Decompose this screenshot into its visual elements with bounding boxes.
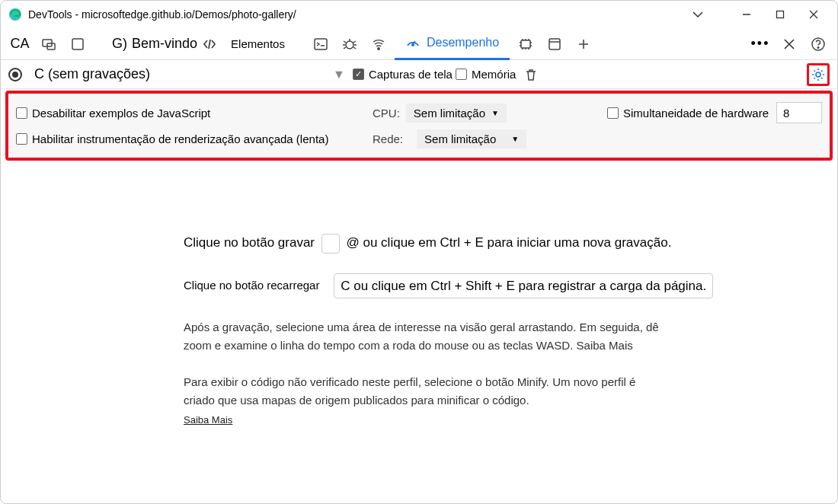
- chevron-down-icon: ▼: [491, 109, 499, 117]
- svg-rect-10: [521, 40, 530, 48]
- checkbox-icon: [16, 133, 27, 145]
- learn-more-link[interactable]: Saiba Mais: [184, 414, 232, 426]
- help-icon[interactable]: [805, 31, 831, 57]
- chevron-down-icon: ▼: [511, 135, 519, 143]
- adv-render-label: Habilitar instrumentação de renderização…: [32, 132, 328, 145]
- performance-label: Desempenho: [427, 36, 499, 49]
- close-button[interactable]: [798, 3, 830, 26]
- console-icon[interactable]: [308, 28, 334, 60]
- network-value: Sem limitação: [424, 132, 496, 145]
- svg-rect-5: [72, 39, 83, 49]
- svg-rect-2: [777, 11, 784, 18]
- toolbar-ca-label[interactable]: CA: [7, 28, 33, 60]
- chevron-down-icon[interactable]: [682, 3, 714, 26]
- welcome-label: Bem-vindo: [132, 36, 197, 52]
- record-hint-b: ou clique em Ctrl + E para iniciar uma n…: [363, 235, 671, 250]
- at-symbol: @: [346, 235, 359, 250]
- cpu-label: CPU:: [373, 107, 400, 120]
- hint-paragraph-1: Após a gravação, selecione uma área de i…: [184, 318, 671, 355]
- disable-js-label: Desabilitar exemplos de JavaScript: [32, 107, 210, 120]
- screenshots-toggle[interactable]: ✓ Capturas de tela: [353, 68, 453, 81]
- window-titlebar: DevTools - microsoftedge.github.io/Demos…: [1, 1, 837, 28]
- close-panel-icon[interactable]: [776, 31, 802, 57]
- window-title: DevTools - microsoftedge.github.io/Demos…: [28, 8, 296, 21]
- memory-toggle[interactable]: Memória: [456, 68, 516, 81]
- checkbox-icon: [607, 107, 619, 119]
- hardware-concurrency-toggle[interactable]: Simultaneidade de hardware: [607, 107, 769, 120]
- record-hint-line: Clique no botão gravar @ ou clique em Ct…: [184, 232, 807, 254]
- welcome-prefix-label: G): [112, 36, 127, 52]
- svg-point-14: [817, 46, 819, 48]
- reload-pill: C ou clique em Ctrl + Shift + E para reg…: [334, 273, 713, 298]
- add-tab-icon[interactable]: [571, 28, 597, 60]
- minimize-button[interactable]: [731, 3, 763, 26]
- memory-icon[interactable]: [513, 28, 539, 60]
- performance-empty-state: Clique no botão gravar @ ou clique em Ct…: [1, 164, 837, 426]
- record-hint-a: Clique no botão gravar: [184, 235, 315, 250]
- svg-point-15: [816, 72, 820, 77]
- svg-rect-6: [315, 39, 327, 49]
- hint-paragraph-2: Para exibir o código não verificado nest…: [184, 373, 641, 410]
- tab-welcome[interactable]: G) Bem-vindo: [106, 36, 223, 52]
- cpu-value: Sem limitação: [414, 107, 485, 120]
- svg-point-9: [412, 44, 414, 46]
- record-button[interactable]: [8, 68, 22, 81]
- screenshots-label: Capturas de tela: [369, 68, 453, 81]
- capture-settings-panel: Desabilitar exemplos de JavaScript CPU: …: [5, 91, 833, 161]
- reload-hint-line: Clique no botão recarregar C ou clique e…: [184, 273, 807, 298]
- capture-settings-button[interactable]: [807, 63, 830, 86]
- cpu-throttling-select[interactable]: Sem limitação ▼: [406, 104, 507, 123]
- history-dropdown[interactable]: ▼: [333, 68, 345, 81]
- reload-label: Clique no botão recarregar: [184, 279, 319, 292]
- tab-elements[interactable]: Elementos: [226, 28, 289, 60]
- device-toolbar-icon[interactable]: [65, 28, 91, 60]
- checkbox-checked-icon: ✓: [353, 69, 364, 80]
- checkbox-icon: [456, 69, 467, 80]
- hardware-concurrency-input[interactable]: 8: [776, 102, 822, 123]
- bug-icon[interactable]: [337, 28, 363, 60]
- disable-js-samples-toggle[interactable]: Desabilitar exemplos de JavaScript: [16, 107, 359, 120]
- code-icon: [202, 37, 217, 52]
- svg-rect-11: [549, 39, 560, 49]
- record-button-placeholder: [321, 234, 340, 254]
- hw-value: 8: [783, 107, 789, 120]
- network-throttling-select[interactable]: Sem limitação ▼: [417, 129, 526, 148]
- svg-point-7: [346, 41, 353, 49]
- application-icon[interactable]: [542, 28, 568, 60]
- recording-status: C (sem gravações): [34, 66, 150, 82]
- checkbox-icon: [16, 107, 27, 119]
- tab-performance[interactable]: Desempenho: [395, 28, 510, 60]
- performance-toolbar: C (sem gravações) ▼ ✓ Capturas de tela M…: [1, 60, 837, 89]
- inspect-icon[interactable]: [36, 28, 62, 60]
- svg-point-8: [378, 47, 379, 49]
- advanced-rendering-toggle[interactable]: Habilitar instrumentação de renderização…: [16, 132, 359, 145]
- network-icon[interactable]: [366, 28, 392, 60]
- trash-icon[interactable]: [523, 67, 539, 82]
- more-icon[interactable]: •••: [747, 31, 773, 57]
- edge-logo-icon: [8, 8, 22, 21]
- hw-label: Simultaneidade de hardware: [623, 107, 769, 120]
- network-label: Rede:: [373, 132, 403, 145]
- elements-label: Elementos: [231, 37, 285, 50]
- devtools-main-toolbar: CA G) Bem-vindo Elementos Desempenho •••: [1, 28, 837, 60]
- memory-label: Memória: [472, 68, 516, 81]
- maximize-button[interactable]: [764, 3, 796, 26]
